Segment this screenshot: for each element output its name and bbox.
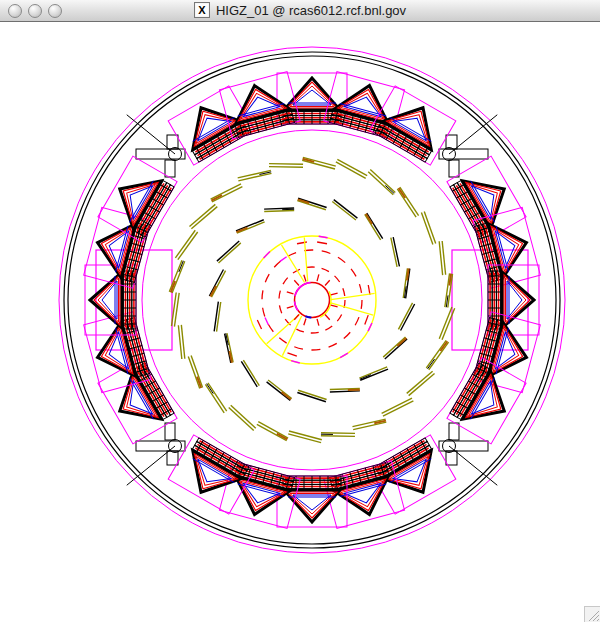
silicon-ladder: [229, 405, 256, 430]
close-button[interactable]: [8, 4, 22, 18]
x11-app-icon: X: [194, 2, 210, 18]
silicon-ladder: [359, 367, 388, 380]
silicon-ladder: [321, 433, 355, 437]
silicon-ladder: [178, 325, 184, 359]
side-module-large-boxes: [96, 250, 528, 350]
silicon-ladder: [383, 337, 407, 359]
silicon-ladder: [241, 360, 259, 387]
silicon-ladder: [439, 241, 445, 275]
silicon-ladder: [398, 303, 414, 331]
silicon-ladder: [403, 268, 410, 298]
silicon-ladder: [445, 273, 453, 307]
silicon-ladder: [368, 169, 395, 194]
svt-inner-ladder-ring: [209, 198, 414, 402]
silicon-ladder: [391, 237, 400, 267]
silicon-ladder: [205, 383, 226, 413]
silicon-ladder: [332, 200, 357, 220]
silicon-ladder: [225, 333, 234, 363]
silicon-ladder: [365, 213, 383, 240]
x11-window: { "window": { "title": "HIGZ_01 @ rcas60…: [0, 0, 600, 622]
silicon-ladder: [217, 241, 241, 263]
beam-support-circle: [248, 236, 376, 364]
silicon-ladder: [257, 422, 288, 441]
higz-drawing-canvas: [0, 22, 600, 622]
corner-bracket: [127, 423, 185, 485]
silicon-ladder: [297, 198, 326, 210]
dashed-circles: [257, 242, 370, 356]
silicon-ladder: [267, 380, 292, 400]
silicon-ladder: [175, 230, 197, 259]
corner-bracket: [439, 115, 497, 177]
silicon-ladder: [426, 340, 448, 369]
silicon-ladder: [209, 270, 225, 298]
silicon-ladder: [336, 159, 367, 178]
resize-grip-lines: [585, 607, 600, 622]
silicon-ladder: [297, 390, 326, 402]
silicon-ladder: [382, 398, 414, 416]
svt-outer-ladder-ring: [169, 157, 454, 442]
silicon-ladder: [189, 204, 217, 228]
silicon-ladder: [352, 419, 386, 429]
silicon-ladder: [288, 431, 322, 443]
minimize-button[interactable]: [28, 4, 42, 18]
module-ring: [84, 72, 541, 529]
silicon-ladder: [236, 220, 265, 233]
window-title: X HIGZ_01 @ rcas6012.rcf.bnl.gov: [0, 0, 600, 20]
silicon-ladder: [397, 187, 418, 217]
silicon-ladder: [171, 293, 179, 327]
silicon-ladder: [421, 212, 435, 245]
silicon-ladder: [238, 170, 272, 180]
detector-figure: [0, 22, 600, 622]
corner-bracket: [439, 423, 497, 485]
silicon-ladder: [302, 157, 336, 169]
resize-grip[interactable]: [584, 606, 600, 622]
silicon-ladder: [264, 208, 294, 211]
zoom-button[interactable]: [48, 4, 62, 18]
window-titlebar[interactable]: X HIGZ_01 @ rcas6012.rcf.bnl.gov: [0, 0, 600, 22]
silicon-ladder: [211, 184, 243, 202]
beam-pipe: [287, 274, 338, 325]
inner-support-circle: [142, 130, 482, 470]
silicon-ladder: [214, 302, 221, 332]
corner-bracket: [127, 115, 185, 177]
silicon-ladder: [330, 388, 360, 391]
silicon-ladder: [188, 355, 202, 388]
silicon-ladder: [407, 371, 435, 395]
silicon-ladder: [269, 164, 303, 168]
window-title-text: HIGZ_01 @ rcas6012.rcf.bnl.gov: [216, 3, 406, 18]
